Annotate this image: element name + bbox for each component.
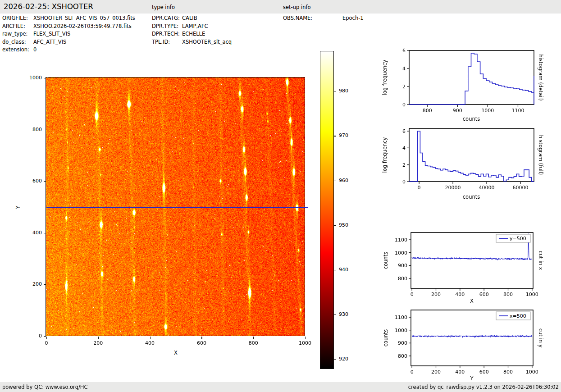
x-tick-label: 20000 — [445, 185, 461, 191]
colorbar-tick — [333, 91, 336, 91]
x-axis-tick — [201, 337, 202, 339]
crosshair-vline — [176, 78, 176, 341]
x-tick-label: 1100 — [511, 108, 524, 114]
x-tick-label: 400 — [455, 292, 465, 297]
x-tick-label: 0 — [410, 292, 414, 297]
setup-info-column: OBS.NAME:Epoch-1 — [283, 14, 364, 23]
plot-xlabel: counts — [463, 194, 480, 200]
info-label: OBS.NAME: — [283, 14, 342, 23]
histogram-line — [409, 131, 534, 182]
y-tick-label: 900 — [398, 340, 407, 346]
info-row: do_class:AFC_ATT_VIS — [2, 38, 135, 46]
y-tick-label: 0 — [402, 102, 406, 108]
info-value: ECHELLE — [182, 30, 205, 38]
y-axis-tick — [44, 78, 46, 78]
y-axis-tick-label: 600 — [25, 178, 42, 184]
colorbar-tick — [333, 315, 336, 315]
x-axis-tick-label: 1000 — [298, 340, 312, 346]
x-tick-label: 0 — [418, 185, 421, 191]
crosshair-hline — [46, 207, 308, 208]
info-row: DPR.TECH:ECHELLE — [152, 30, 232, 38]
info-value: XSHOO.2026-02-26T03:59:49.778.fits — [33, 23, 132, 31]
legend-label: x=500 — [510, 313, 526, 319]
plot-right-label: cut in x — [538, 251, 544, 270]
plot-ylabel: log frequency — [382, 59, 388, 95]
y-tick-label: 6 — [402, 48, 406, 54]
title-bar: 2026-02-25: XSHOOTER type info set-up in… — [0, 0, 561, 14]
type-info-header: type info — [152, 4, 175, 10]
footer-right-text: created by qc_rawdisp.py v1.2.3 on 2026-… — [408, 384, 559, 390]
x-tick-label: 1000 — [526, 369, 538, 375]
x-tick-label: 800 — [423, 108, 432, 114]
y-tick-label: 800 — [398, 353, 407, 359]
footer-left-text: powered by QC: www.eso.org/HC — [2, 384, 87, 390]
info-label: ARCFILE: — [2, 23, 33, 31]
y-axis-tick-label: 200 — [25, 281, 42, 287]
info-label: ORIGFILE: — [2, 14, 33, 23]
plot-ylabel: counts — [383, 329, 389, 346]
plot-frame — [411, 232, 533, 288]
y-tick-label: 4 — [402, 145, 406, 151]
x-tick-label: 800 — [503, 292, 513, 297]
colorbar-tick-label: 940 — [339, 267, 348, 273]
y-axis-tick — [44, 181, 46, 182]
info-row: TPL.ID:XSHOOTER_slt_acq — [152, 38, 232, 46]
y-tick-label: 2 — [402, 162, 406, 168]
colorbar-tick — [333, 359, 336, 360]
x-axis-tick — [305, 337, 306, 339]
y-tick-label: 0 — [402, 179, 406, 185]
x-tick-label: 200 — [431, 292, 441, 297]
x-tick-label: 1000 — [481, 108, 494, 114]
info-value: FLEX_SLIT_VIS — [33, 30, 70, 38]
cut-line — [412, 335, 532, 338]
page-title: 2026-02-25: XSHOOTER — [4, 2, 93, 11]
y-axis-tick — [44, 233, 46, 233]
info-label: extension: — [2, 46, 33, 54]
x-axis-tick — [98, 337, 99, 339]
qc-report-page: 2026-02-25: XSHOOTER type info set-up in… — [0, 0, 561, 392]
detector-xlabel: X — [174, 350, 178, 356]
info-label: raw_type: — [2, 30, 33, 38]
x-axis-tick-label: 800 — [246, 340, 260, 346]
x-tick-label: 1000 — [526, 292, 538, 297]
x-tick-label: 900 — [453, 108, 462, 114]
footer-bar: powered by QC: www.eso.org/HC created by… — [0, 382, 561, 392]
x-axis-tick-label: 400 — [143, 340, 157, 346]
x-axis-tick-label: 600 — [194, 340, 209, 346]
info-value: CALIB — [182, 14, 197, 23]
legend-box — [496, 234, 530, 242]
y-tick-label: 1100 — [395, 315, 407, 320]
y-axis-tick — [44, 284, 46, 285]
plot-frame — [411, 310, 533, 366]
plot-right-label: histogram (full) — [538, 135, 544, 175]
info-row: DPR.CATG:CALIB — [152, 14, 232, 23]
y-tick-label: 900 — [398, 263, 407, 269]
x-tick-label: 800 — [503, 369, 513, 375]
info-value: 0 — [33, 46, 36, 54]
legend-box — [496, 312, 530, 320]
y-axis-tick-label: 800 — [25, 127, 42, 132]
y-tick-label: 4 — [402, 66, 406, 72]
plot-frame — [409, 128, 534, 182]
plot-xlabel: X — [470, 298, 474, 304]
x-tick-label: 200 — [431, 369, 441, 375]
y-tick-label: 800 — [398, 276, 407, 282]
x-axis-tick — [253, 337, 254, 339]
y-tick-label: 1100 — [395, 237, 407, 243]
x-tick-label: 60000 — [513, 185, 529, 191]
info-row: ORIGFILE:XSHOOTER_SLT_AFC_VIS_057_0013.f… — [2, 14, 135, 23]
x-tick-label: 0 — [410, 369, 414, 375]
colorbar-tick-label: 920 — [339, 356, 348, 362]
info-value: AFC_ATT_VIS — [33, 38, 66, 46]
y-tick-label: 1000 — [395, 328, 407, 333]
x-tick-label: 400 — [455, 369, 465, 375]
info-row: extension:0 — [2, 46, 135, 54]
setup-info-header: set-up info — [283, 4, 311, 10]
plot-xlabel: counts — [463, 116, 480, 122]
x-axis-tick — [150, 337, 151, 339]
info-value: LAMP,AFC — [182, 23, 208, 31]
histogram-line — [409, 53, 534, 105]
colorbar-tick-label: 980 — [339, 88, 348, 94]
x-tick-label: 600 — [479, 369, 489, 375]
file-info-column: ORIGFILE:XSHOOTER_SLT_AFC_VIS_057_0013.f… — [2, 14, 135, 54]
